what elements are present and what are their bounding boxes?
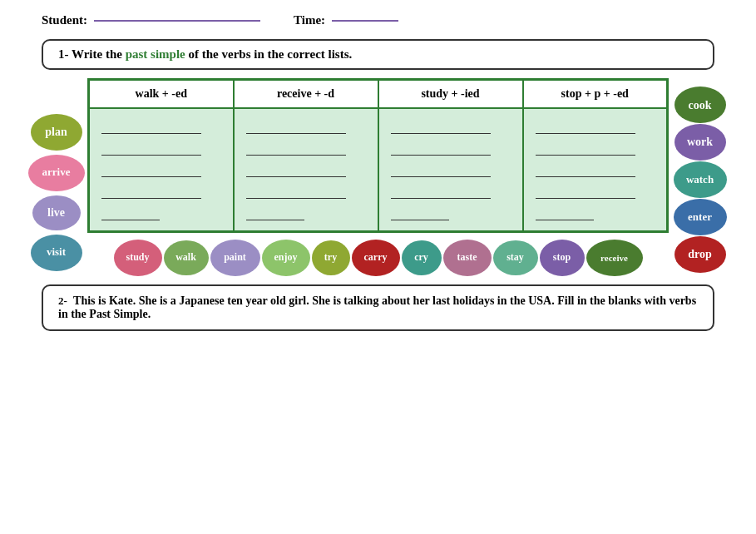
header: Student: Time:: [17, 8, 739, 31]
col1-lines: [101, 116, 221, 227]
bubble-enter: enter: [674, 199, 727, 235]
answer-line: [246, 141, 346, 156]
col3-lines: [391, 116, 511, 227]
bubble-study: study: [114, 240, 162, 276]
instruction2-number: 2-: [58, 294, 67, 307]
instruction1-text-before: Write the: [72, 47, 126, 61]
answer-line: [101, 184, 201, 199]
instruction2-text: This is Kate. She is a Japanese ten year…: [58, 294, 696, 320]
instruction1-text-after: of the verbs in the correct lists.: [189, 47, 353, 61]
time-label: Time:: [294, 13, 325, 27]
table-row: [89, 108, 668, 232]
answer-line: [246, 119, 346, 134]
right-bubbles: cook work watch enter drop: [669, 78, 731, 281]
table-wrapper: walk + -ed receive + -d study + -ied sto…: [87, 78, 669, 281]
answer-line: [536, 162, 635, 177]
answer-line-short: [101, 205, 160, 220]
answer-line: [246, 184, 346, 199]
bubble-cook: cook: [674, 87, 726, 123]
time-field: Time:: [294, 13, 398, 27]
instruction1-highlight: past simple: [126, 47, 185, 61]
answer-line: [246, 162, 346, 177]
answer-line: [391, 119, 491, 134]
main-area: plan arrive live visit walk + -ed receiv…: [25, 78, 731, 281]
instruction-box-2: 2- This is Kate. She is a Japanese ten y…: [42, 284, 714, 331]
answer-line: [536, 119, 635, 134]
bubble-taste: taste: [443, 240, 492, 276]
bubble-walk: walk: [164, 240, 209, 275]
bubble-work: work: [674, 124, 726, 161]
bubble-carry: carry: [352, 240, 400, 276]
bubble-drop: drop: [674, 236, 726, 273]
bottom-bubbles: study walk paint enjoy try carry cry tas…: [87, 240, 669, 276]
answer-line: [101, 162, 201, 177]
bubble-stop: stop: [540, 240, 585, 276]
col2-cell: [234, 108, 378, 232]
col-header-2: receive + -d: [234, 80, 378, 109]
col4-lines: [536, 116, 655, 227]
answer-line-short: [536, 205, 594, 220]
student-line: [94, 20, 260, 22]
answer-line: [101, 141, 201, 156]
col-header-4: stop + p + -ed: [523, 80, 668, 109]
answer-line: [536, 141, 635, 156]
col1-cell: [89, 108, 234, 232]
answer-line: [391, 184, 491, 199]
student-label: Student:: [42, 13, 87, 27]
page: Student: Time: 1- Write the past simple …: [0, 0, 756, 534]
answer-line-short: [246, 205, 304, 220]
instruction1-number: 1-: [58, 47, 69, 61]
bubble-visit: visit: [31, 235, 82, 271]
answer-line: [391, 162, 491, 177]
col3-cell: [378, 108, 523, 232]
answer-line: [536, 184, 635, 199]
col-header-1: walk + -ed: [89, 80, 234, 109]
instruction-box-1: 1- Write the past simple of the verbs in…: [42, 39, 714, 70]
col4-cell: [523, 108, 668, 232]
bubble-watch: watch: [674, 161, 727, 198]
col-header-3: study + -ied: [378, 80, 523, 109]
bubble-cry: cry: [402, 240, 442, 275]
bubble-try: try: [312, 240, 350, 275]
verb-table: walk + -ed receive + -d study + -ied sto…: [87, 78, 669, 233]
answer-line: [101, 119, 201, 134]
answer-line-short: [391, 205, 449, 220]
answer-line: [391, 141, 491, 156]
bubble-arrive: arrive: [28, 155, 85, 191]
bubble-stay: stay: [493, 240, 538, 275]
bubble-enjoy: enjoy: [262, 240, 310, 276]
time-line: [332, 20, 398, 22]
left-bubbles: plan arrive live visit: [25, 78, 87, 281]
col2-lines: [246, 116, 366, 227]
bubble-paint: paint: [210, 240, 260, 276]
student-field: Student:: [42, 13, 260, 27]
bubble-live: live: [32, 195, 81, 230]
bubble-plan: plan: [31, 114, 82, 151]
bubble-receive: receive: [586, 240, 643, 276]
